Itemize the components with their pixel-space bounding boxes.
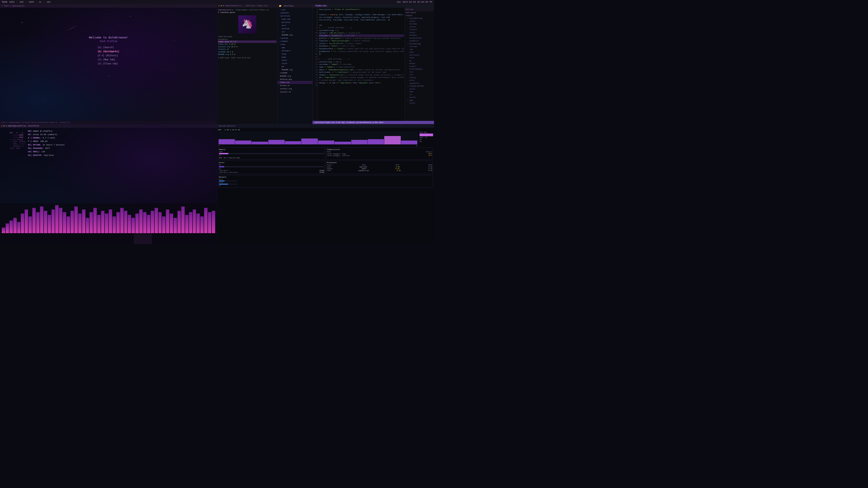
outline-nixpkgs-patched[interactable]: ▸ nixpkgs-patched (405, 85, 434, 88)
tree-item[interactable]: wsl (278, 30, 312, 33)
tree-item[interactable]: desktop.png (278, 78, 312, 81)
tree-item[interactable]: work (278, 24, 312, 27)
memory-bar-wrap (219, 153, 324, 154)
outline-pkgs-system[interactable]: system (405, 102, 434, 105)
panel-editor: ● ● ● emmetSnowfire:: .dotfiles flake.ni… (217, 4, 434, 124)
tree-item[interactable]: ▶themes (278, 40, 312, 43)
tree-item[interactable]: home lab (278, 18, 312, 21)
tree-item[interactable]: install.sh (278, 90, 312, 94)
outline-wm[interactable]: wm (405, 59, 434, 62)
tree-item[interactable]: install.org (278, 87, 312, 90)
outline-grubdevice[interactable]: grubDevice (405, 39, 434, 42)
vis-bar (78, 214, 82, 233)
outline-nixpkgs-name[interactable]: name (405, 90, 434, 93)
pixel-art-area: 🦄 (238, 15, 256, 33)
outline-dotfilesdir[interactable]: dotfilesDir (405, 54, 434, 57)
temp-row: card0 (amdgpu): junction 58°C (327, 155, 432, 157)
vis-bar (158, 212, 162, 233)
outline-nixpkgs-src[interactable]: src (405, 93, 434, 96)
outline-bootmountpath[interactable]: bootMountPath (405, 37, 434, 40)
editor-tab[interactable]: flake.nix (314, 5, 328, 7)
outline-pkgs[interactable]: ▸ pkgs (405, 99, 434, 102)
tree-item[interactable]: personal (278, 21, 312, 24)
outline-hostname[interactable]: hostname (405, 23, 434, 26)
vis-bar (82, 209, 86, 233)
menu-history[interactable]: [S h] [History] (98, 54, 119, 58)
tree-item[interactable]: README.org (278, 33, 312, 37)
menu-search[interactable]: [o] [Search] (98, 45, 119, 50)
outline-wmtype[interactable]: wmType (405, 62, 434, 65)
vis-bar (193, 209, 196, 233)
statusbar-volume: 100% (29, 1, 34, 3)
outline-description[interactable]: description (405, 11, 434, 14)
outline-fontpkg[interactable]: fontPkg (405, 76, 434, 79)
filetree-body: ▶.git ▶patches ▼profiles home lab person… (278, 8, 312, 124)
tree-item[interactable]: ▼profiles (278, 14, 312, 18)
tree-item[interactable]: worklab (278, 27, 312, 30)
outline-browser[interactable]: browser (405, 65, 434, 68)
outline-bootmode[interactable]: bootMode (405, 34, 434, 37)
tree-item[interactable]: hardware (278, 49, 312, 53)
editor-body: 12345 678910 1112131415 1617181920 21222… (313, 8, 434, 121)
outline-outputs[interactable]: outputs (405, 14, 434, 17)
vis-bar (55, 205, 59, 233)
processes-box: Processes PID(s) Name CPU% Mem% 2320 Hyp… (326, 161, 433, 174)
vis-bar (212, 211, 215, 233)
vis-bar (166, 209, 169, 233)
outline-theme[interactable]: theme (405, 57, 434, 59)
tree-item-selected[interactable]: flake.nix (278, 81, 312, 84)
vis-bar (9, 221, 13, 233)
tree-item[interactable]: README.org (278, 68, 312, 71)
tree-item[interactable]: LICENSE (278, 71, 312, 74)
panel-browser: ⚡ Tech | Quickmarks ····················… (0, 4, 217, 124)
sysmon-cpu-title: CPU - 1.53 1.14 0.78 (218, 129, 433, 131)
outline-username[interactable]: username (405, 45, 434, 48)
vis-bar (63, 212, 66, 233)
temps-title: Temperatures (327, 149, 432, 151)
outline-timezone[interactable]: timezone (405, 28, 434, 31)
tree-item[interactable]: shell (278, 59, 312, 62)
outline-title: OUTLINE (405, 8, 434, 11)
sysmon-title: System Monitor (219, 125, 236, 127)
outline-email[interactable]: email (405, 51, 434, 54)
tree-item[interactable]: ▶.git (278, 8, 312, 11)
vis-bar (181, 206, 185, 233)
processes-title: Processes (327, 162, 432, 164)
filetree-root: 📁 .dotfiles (279, 5, 293, 7)
outline-font[interactable]: font (405, 73, 434, 76)
vis-bar (131, 218, 135, 233)
outline-profile[interactable]: profile (405, 26, 434, 29)
menu-quickmarks[interactable]: [b] [Quickmarks] (98, 50, 119, 54)
vis-bar (6, 223, 9, 233)
vis-bar (17, 222, 21, 233)
tree-item[interactable]: pkgs (278, 56, 312, 59)
menu-newtab[interactable]: [t] [New tab] (98, 58, 119, 62)
vis-bar (174, 218, 177, 233)
outline-usersettings[interactable]: ▸ userSettings (405, 42, 434, 45)
outline-systemsettings[interactable]: ▸ systemSettings (405, 17, 434, 20)
tree-item[interactable]: lang (278, 53, 312, 56)
outline-nixpkgs-patches[interactable]: patches (405, 96, 434, 99)
vis-bar (97, 215, 101, 233)
tree-item[interactable]: ▶patches (278, 11, 312, 14)
tree-item[interactable]: ▶system (278, 37, 312, 40)
vis-bar (143, 212, 147, 233)
outline-nixpkgs-system[interactable]: system (405, 88, 434, 91)
vis-bar (109, 209, 112, 233)
tree-item[interactable]: README.org (278, 74, 312, 78)
tree-item[interactable]: wm (278, 65, 312, 68)
outline-defaultroamdir[interactable]: defaultRoamDir (405, 68, 434, 71)
outline-name[interactable]: name (405, 48, 434, 51)
outline-term[interactable]: term (405, 71, 434, 74)
outline-system[interactable]: system (405, 20, 434, 23)
tree-item[interactable]: app (278, 46, 312, 49)
tree-item[interactable]: ▼user (278, 43, 312, 46)
panel-sysmon: System Monitor CPU - 1.53 1.14 0.78 (217, 124, 434, 244)
tree-item[interactable]: style (278, 62, 312, 65)
outline-locale[interactable]: locale (405, 31, 434, 34)
tree-item[interactable]: harden.sh (278, 84, 312, 87)
outline-editor[interactable]: editor (405, 79, 434, 82)
outline-spawneditor[interactable]: spawnEditor (405, 82, 434, 85)
disk-bar-fill (219, 166, 224, 167)
menu-closetab[interactable]: [x] [Close tab] (98, 62, 119, 66)
